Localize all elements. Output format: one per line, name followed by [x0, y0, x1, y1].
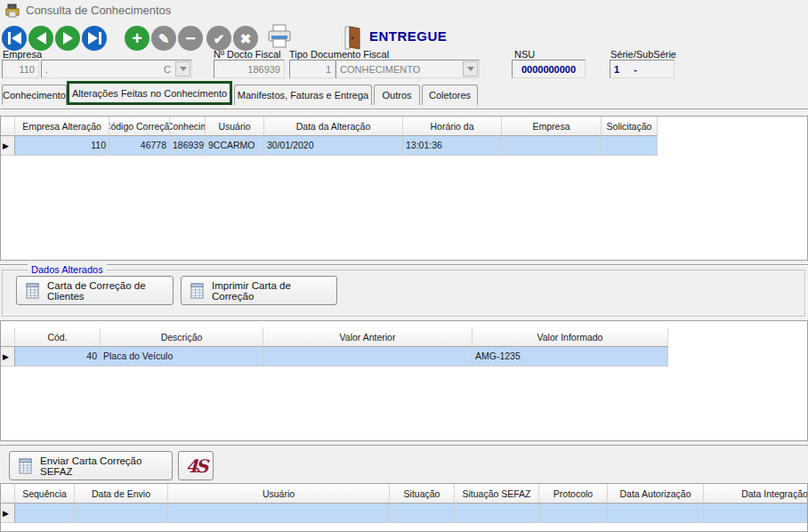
- grid-cell[interactable]: [75, 504, 168, 523]
- tipo-documento-combo-text: CONHECIMENTO: [340, 64, 420, 75]
- column-header[interactable]: Conhecim: [170, 117, 206, 136]
- empresa-code-field[interactable]: 110: [2, 60, 39, 78]
- tab-outros[interactable]: Outros: [374, 85, 420, 105]
- tab-coletores[interactable]: Coletores: [422, 85, 478, 105]
- pencil-icon: ✎: [158, 32, 170, 45]
- tipo-documento-dropdown-button[interactable]: [463, 61, 478, 77]
- delete-record-button[interactable]: −: [178, 26, 203, 51]
- tab-separator-line: [0, 109, 808, 110]
- grid-row[interactable]: ▶: [1, 504, 807, 523]
- tab-conhecimento[interactable]: Conhecimento: [2, 85, 67, 105]
- column-header[interactable]: Data Integração: [704, 484, 808, 504]
- grid-cell[interactable]: [390, 504, 455, 523]
- current-row-indicator: ▶: [1, 504, 15, 523]
- next-record-icon: [63, 32, 73, 44]
- grid-cell[interactable]: Placa do Veículo: [101, 347, 263, 367]
- column-header[interactable]: Data da Alteração: [264, 117, 403, 136]
- grid-cell[interactable]: 110: [15, 136, 109, 156]
- tab-strip: Conhecimento Alterações Feitas no Conhec…: [0, 81, 808, 106]
- imprimir-carta-correcao-button[interactable]: Imprimir Carta de Correção: [181, 276, 337, 305]
- status-badge: ENTREGUE: [369, 28, 447, 44]
- grid-cell[interactable]: [608, 504, 704, 523]
- nav-last-button[interactable]: [82, 26, 107, 51]
- column-header[interactable]: Empresa: [502, 117, 602, 136]
- grid-cell[interactable]: [168, 504, 390, 523]
- docto-fiscal-field[interactable]: 186939: [214, 60, 285, 78]
- partner-logo-button[interactable]: 4S: [178, 451, 214, 480]
- grid-cell[interactable]: 186939: [170, 136, 206, 156]
- titlebar: Consulta de Conhecimentos: [0, 0, 808, 20]
- row-pointer-icon: ▶: [1, 141, 9, 150]
- grid-cell[interactable]: [455, 504, 539, 523]
- partner-logo-icon: 4S: [186, 457, 206, 475]
- grid-cell[interactable]: 40: [15, 347, 101, 367]
- chevron-down-icon: [467, 67, 474, 71]
- row-pointer-icon: ▶: [1, 352, 9, 361]
- grid-cell[interactable]: [704, 504, 808, 523]
- last-record-icon: [88, 32, 101, 44]
- grid-cell[interactable]: [15, 504, 75, 523]
- column-header[interactable]: Horário da: [403, 117, 502, 136]
- section-separator-line: [0, 445, 808, 447]
- carta-correcao-clientes-label: Carta de Correção de Clientes: [47, 280, 164, 302]
- column-header[interactable]: Código Correção: [109, 117, 170, 136]
- grid-cell[interactable]: 13:01:36: [403, 136, 502, 156]
- grid-row[interactable]: ▶40Placa do VeículoAMG-1235: [1, 347, 807, 367]
- column-header[interactable]: Descrição: [101, 327, 263, 347]
- tab-manifestos-faturas[interactable]: Manifestos, Faturas e Entrega: [234, 85, 372, 105]
- grid-row[interactable]: ▶110467781869399CCARMO30/01/202013:01:36: [1, 136, 807, 156]
- column-header[interactable]: Valor Informado: [473, 327, 668, 347]
- grid-cell[interactable]: 9CCARMO: [206, 136, 264, 156]
- cancel-button[interactable]: ✖: [233, 26, 258, 51]
- carta-correcao-clientes-button[interactable]: Carta de Correção de Clientes: [16, 276, 174, 305]
- insert-record-button[interactable]: +: [125, 26, 149, 51]
- column-header[interactable]: Solicitação: [602, 117, 658, 136]
- row-selector-header: [1, 327, 15, 347]
- nsu-label: NSU: [514, 49, 535, 60]
- enviar-carta-sefaz-button[interactable]: Enviar Carta Correção SEFAZ: [9, 451, 173, 480]
- docto-fiscal-label: Nº Docto Fiscal: [214, 49, 281, 60]
- column-header[interactable]: Sequência: [15, 484, 75, 504]
- confirm-button[interactable]: ✔: [206, 26, 231, 51]
- column-header[interactable]: Situação SEFAZ: [455, 484, 539, 504]
- column-header[interactable]: Usuário: [168, 484, 390, 504]
- check-icon: ✔: [214, 32, 225, 45]
- serie-subserie-field[interactable]: 1 -: [610, 60, 675, 78]
- print-button[interactable]: [267, 24, 292, 50]
- grid-cell[interactable]: [263, 347, 473, 367]
- nav-next-button[interactable]: [55, 26, 80, 51]
- column-header[interactable]: Data de Envio: [75, 484, 168, 504]
- tipo-documento-code-field[interactable]: 1: [289, 60, 335, 78]
- column-header[interactable]: Situação: [390, 484, 455, 504]
- row-selector-header: [1, 484, 15, 504]
- consulta-conhecimentos-window: { "window": { "title": "Consulta de Conh…: [0, 0, 808, 532]
- grid-alteracoes: Empresa AlteraçãoCódigo CorreçãoConhecim…: [0, 116, 808, 261]
- grid-cell[interactable]: [539, 504, 608, 523]
- grid-cell[interactable]: [502, 136, 602, 156]
- grid-cell[interactable]: [602, 136, 658, 156]
- current-row-indicator: ▶: [1, 136, 15, 156]
- nav-prior-button[interactable]: [28, 26, 53, 51]
- dados-alterados-title: Dados Alterados: [28, 264, 107, 275]
- app-icon: [5, 4, 20, 18]
- column-header[interactable]: Usuário: [206, 117, 264, 136]
- grid-cell[interactable]: 46778: [109, 136, 170, 156]
- column-header[interactable]: Protocolo: [539, 484, 608, 504]
- nav-first-button[interactable]: [2, 26, 27, 51]
- column-header[interactable]: Cód.: [15, 327, 101, 347]
- row-selector-header: [1, 117, 15, 136]
- serie-value: 1: [614, 64, 619, 75]
- tipo-documento-combo[interactable]: CONHECIMENTO: [335, 60, 480, 78]
- edit-record-button[interactable]: ✎: [151, 26, 176, 51]
- column-header[interactable]: Empresa Alteração: [15, 117, 109, 136]
- column-header[interactable]: Valor Anterior: [263, 327, 473, 347]
- empresa-combo[interactable]: .C: [41, 60, 192, 78]
- column-header[interactable]: Data Autorização: [608, 484, 704, 504]
- grid-cell[interactable]: AMG-1235: [473, 347, 668, 367]
- empresa-dropdown-button[interactable]: [175, 61, 190, 77]
- prior-record-icon: [36, 32, 46, 44]
- tipo-documento-label: Tipo Documento Fiscal: [289, 49, 389, 60]
- grid-cell[interactable]: 30/01/2020: [264, 136, 403, 156]
- nsu-field[interactable]: 0000000000: [512, 60, 586, 78]
- tab-alteracoes-feitas[interactable]: Alterações Feitas no Conhecimento: [67, 81, 232, 105]
